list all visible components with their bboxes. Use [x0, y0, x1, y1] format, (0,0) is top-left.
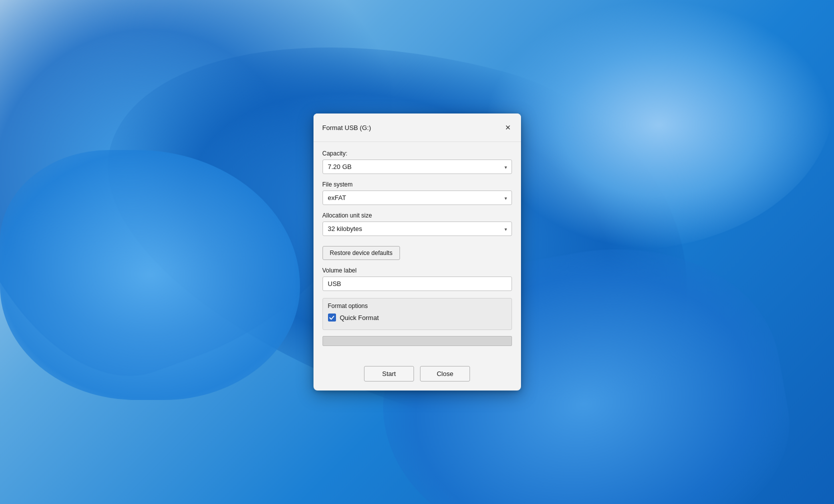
capacity-field-group: Capacity: 7.20 GB ▾ [322, 150, 512, 174]
file-system-label: File system [322, 181, 512, 188]
format-options-title: Format options [328, 302, 506, 310]
capacity-select[interactable]: 7.20 GB [322, 160, 512, 174]
volume-label-field-group: Volume label [322, 267, 512, 291]
title-bar: Format USB (G:) ✕ [314, 114, 521, 142]
start-button[interactable]: Start [364, 366, 414, 382]
allocation-unit-select[interactable]: 512 bytes 1024 bytes 2048 bytes 4 kiloby… [322, 222, 512, 236]
format-options-box: Format options Quick Format [322, 298, 512, 330]
dialog-footer: Start Close [314, 361, 521, 390]
restore-defaults-button[interactable]: Restore device defaults [322, 246, 400, 260]
quick-format-row[interactable]: Quick Format [328, 314, 506, 322]
quick-format-checkbox[interactable] [328, 314, 336, 322]
file-system-select[interactable]: exFAT FAT32 NTFS [322, 190, 512, 205]
quick-format-label: Quick Format [340, 314, 379, 322]
allocation-unit-select-wrapper: 512 bytes 1024 bytes 2048 bytes 4 kiloby… [322, 222, 512, 236]
close-icon-button[interactable]: ✕ [501, 120, 515, 134]
dialog-title: Format USB (G:) [322, 124, 372, 132]
format-usb-dialog: Format USB (G:) ✕ Capacity: 7.20 GB ▾ Fi… [314, 114, 521, 390]
progress-bar-track [322, 336, 512, 346]
file-system-field-group: File system exFAT FAT32 NTFS ▾ [322, 181, 512, 205]
dialog-content: Capacity: 7.20 GB ▾ File system exFAT FA… [314, 142, 521, 361]
allocation-unit-label: Allocation unit size [322, 212, 512, 219]
capacity-select-wrapper: 7.20 GB ▾ [322, 160, 512, 174]
allocation-unit-field-group: Allocation unit size 512 bytes 1024 byte… [322, 212, 512, 236]
volume-label-label: Volume label [322, 267, 512, 274]
check-icon [329, 315, 334, 320]
volume-label-input[interactable] [322, 276, 512, 291]
capacity-label: Capacity: [322, 150, 512, 157]
close-button[interactable]: Close [420, 366, 470, 382]
dialog-overlay: Format USB (G:) ✕ Capacity: 7.20 GB ▾ Fi… [0, 0, 834, 504]
file-system-select-wrapper: exFAT FAT32 NTFS ▾ [322, 190, 512, 205]
